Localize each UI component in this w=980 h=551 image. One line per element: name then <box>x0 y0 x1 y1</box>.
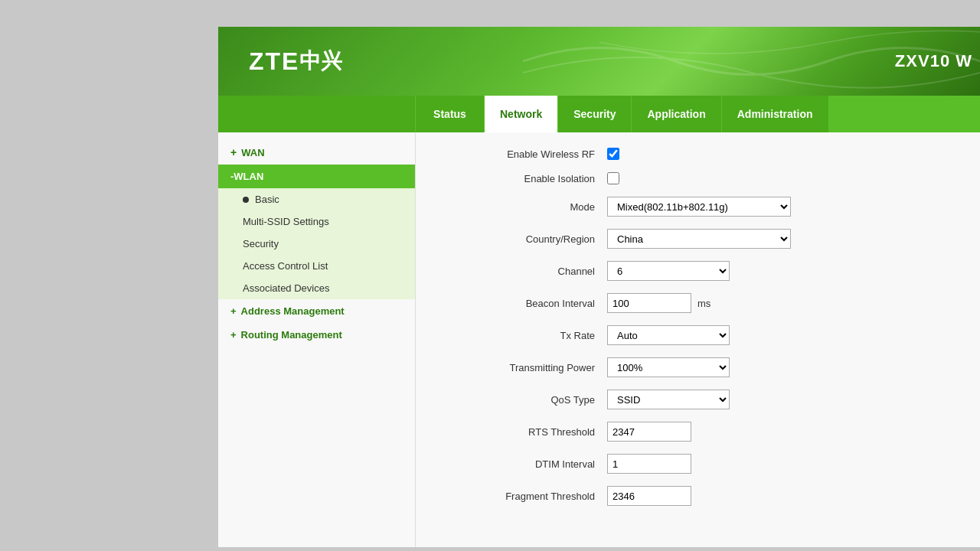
sidebar-item-security[interactable]: Security <box>218 233 415 255</box>
channel-row: Channel Auto 123 45 6 789 10111213 <box>439 261 957 281</box>
country-region-control: China USA Europe Japan <box>607 229 791 249</box>
associated-label: Associated Devices <box>243 282 329 294</box>
qos-type-select[interactable]: SSID WMM <box>607 390 730 409</box>
enable-wireless-rf-control <box>607 148 619 160</box>
dtim-interval-row: DTIM Interval <box>439 454 957 474</box>
tx-rate-select[interactable]: Auto 1Mbps2Mbps5.5Mbps 11Mbps54Mbps <box>607 325 730 345</box>
fragment-threshold-label: Fragment Threshold <box>439 491 607 502</box>
main-content: Enable Wireless RF Enable Isolation Mode… <box>416 132 980 547</box>
country-region-row: Country/Region China USA Europe Japan <box>439 229 957 249</box>
rts-threshold-control <box>607 422 691 442</box>
sidebar: + WAN -WLAN Basic Multi-SSID Settings Se… <box>218 132 416 547</box>
enable-wireless-rf-label: Enable Wireless RF <box>439 148 607 160</box>
qos-type-control: SSID WMM <box>607 390 730 409</box>
mode-select[interactable]: Mixed(802.11b+802.11g) 802.11b only 802.… <box>607 197 791 217</box>
tab-administration[interactable]: Administration <box>722 96 829 132</box>
tx-rate-row: Tx Rate Auto 1Mbps2Mbps5.5Mbps 11Mbps54M… <box>439 325 957 345</box>
enable-isolation-checkbox[interactable] <box>607 172 619 184</box>
beacon-interval-label: Beacon Interval <box>439 298 607 309</box>
address-mgmt-label: Address Management <box>241 305 345 317</box>
sidebar-item-acl[interactable]: Access Control List <box>218 255 415 277</box>
product-name: ZXV10 W <box>895 51 972 71</box>
country-region-label: Country/Region <box>439 233 607 245</box>
tab-security[interactable]: Security <box>558 96 632 132</box>
channel-select[interactable]: Auto 123 45 6 789 10111213 <box>607 261 730 281</box>
security-label: Security <box>243 238 279 249</box>
basic-label: Basic <box>255 194 279 205</box>
sidebar-item-wan[interactable]: + WAN <box>218 140 415 165</box>
sidebar-item-wlan[interactable]: -WLAN <box>218 165 415 188</box>
country-region-select[interactable]: China USA Europe Japan <box>607 229 791 249</box>
sidebar-item-routing-management[interactable]: + Routing Management <box>218 323 415 347</box>
sidebar-item-multi-ssid[interactable]: Multi-SSID Settings <box>218 210 415 233</box>
navbar: Status Network Security Application Admi… <box>218 96 980 132</box>
channel-label: Channel <box>439 266 607 277</box>
tab-status[interactable]: Status <box>416 96 485 132</box>
logo-zte: ZTE <box>249 47 299 76</box>
routing-mgmt-label: Routing Management <box>241 329 342 341</box>
dtim-interval-input[interactable] <box>607 454 691 474</box>
tx-rate-label: Tx Rate <box>439 330 607 341</box>
enable-wireless-rf-row: Enable Wireless RF <box>439 148 957 160</box>
fragment-threshold-input[interactable] <box>607 486 691 506</box>
transmitting-power-row: Transmitting Power 100% 50%25%12% <box>439 357 957 377</box>
mode-label: Mode <box>439 201 607 213</box>
multi-ssid-label: Multi-SSID Settings <box>243 216 329 227</box>
enable-isolation-label: Enable Isolation <box>439 173 607 184</box>
qos-type-label: QoS Type <box>439 394 607 406</box>
beacon-interval-control: ms <box>607 293 710 313</box>
beacon-interval-input[interactable] <box>607 293 691 313</box>
qos-type-row: QoS Type SSID WMM <box>439 390 957 409</box>
header: ZTE 中兴 ZXV10 W <box>218 27 980 96</box>
fragment-threshold-control <box>607 486 691 506</box>
plus-icon-wan: + <box>230 146 237 158</box>
enable-isolation-row: Enable Isolation <box>439 172 957 184</box>
plus-icon-address: + <box>230 305 237 317</box>
content-area: + WAN -WLAN Basic Multi-SSID Settings Se… <box>218 132 980 547</box>
dtim-interval-label: DTIM Interval <box>439 458 607 470</box>
tx-rate-control: Auto 1Mbps2Mbps5.5Mbps 11Mbps54Mbps <box>607 325 730 345</box>
transmitting-power-label: Transmitting Power <box>439 362 607 373</box>
mode-row: Mode Mixed(802.11b+802.11g) 802.11b only… <box>439 197 957 217</box>
transmitting-power-select[interactable]: 100% 50%25%12% <box>607 357 730 377</box>
enable-isolation-control <box>607 172 619 184</box>
channel-control: Auto 123 45 6 789 10111213 <box>607 261 730 281</box>
beacon-interval-row: Beacon Interval ms <box>439 293 957 313</box>
sidebar-wan-label: WAN <box>241 147 264 158</box>
bullet-basic <box>243 197 249 203</box>
rts-threshold-label: RTS Threshold <box>439 426 607 438</box>
tab-application[interactable]: Application <box>632 96 721 132</box>
sidebar-item-basic[interactable]: Basic <box>218 188 415 210</box>
fragment-threshold-row: Fragment Threshold <box>439 486 957 506</box>
beacon-interval-unit: ms <box>697 298 710 309</box>
rts-threshold-row: RTS Threshold <box>439 422 957 442</box>
mode-control: Mixed(802.11b+802.11g) 802.11b only 802.… <box>607 197 791 217</box>
dtim-interval-control <box>607 454 691 474</box>
logo-zh: 中兴 <box>299 47 342 76</box>
sidebar-wlan-label: -WLAN <box>230 171 263 182</box>
tab-network[interactable]: Network <box>485 96 558 132</box>
plus-icon-routing: + <box>230 329 237 341</box>
enable-wireless-rf-checkbox[interactable] <box>607 148 619 160</box>
transmitting-power-control: 100% 50%25%12% <box>607 357 730 377</box>
sidebar-item-associated[interactable]: Associated Devices <box>218 277 415 299</box>
sidebar-item-address-management[interactable]: + Address Management <box>218 299 415 323</box>
acl-label: Access Control List <box>243 260 328 272</box>
rts-threshold-input[interactable] <box>607 422 691 442</box>
